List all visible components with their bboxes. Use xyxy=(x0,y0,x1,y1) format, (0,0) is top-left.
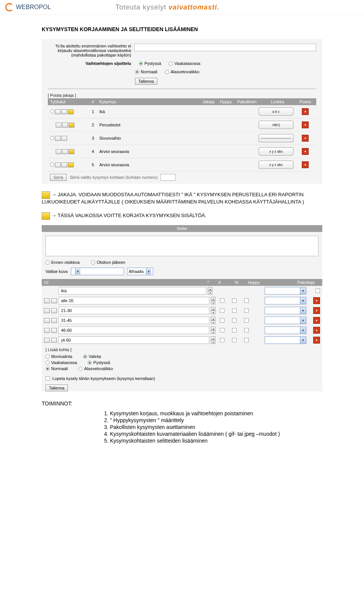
tool-icon[interactable] xyxy=(61,162,67,167)
option-input[interactable]: Ikä xyxy=(58,287,206,295)
radio-pystyssa[interactable]: Pystyssä xyxy=(139,61,161,66)
tool-icon[interactable] xyxy=(61,109,67,114)
tool-icon[interactable] xyxy=(55,162,61,167)
radio-normaali[interactable]: Normaali xyxy=(135,69,157,74)
radio-vaakatasossa2[interactable]: Vaakatasossa xyxy=(46,360,77,365)
poista-jakaja-link[interactable]: [ Poista jakaja ] xyxy=(48,93,316,98)
hash-checkbox[interactable] xyxy=(232,318,237,323)
tool-icon[interactable] xyxy=(55,136,61,141)
select-icon[interactable] xyxy=(50,162,54,167)
radio-alasveto[interactable]: Alasvetovalikko xyxy=(165,69,199,74)
delete-option-button[interactable]: • xyxy=(313,327,320,334)
tool-icon[interactable] xyxy=(56,123,61,128)
edit-icon[interactable] xyxy=(69,123,74,128)
luokka-box[interactable] xyxy=(259,134,293,142)
hash-checkbox[interactable] xyxy=(232,308,237,313)
pct-checkbox[interactable] xyxy=(244,318,249,323)
tool-icon[interactable] xyxy=(62,123,68,128)
delete-button[interactable]: • xyxy=(302,108,309,115)
siirra-input[interactable] xyxy=(160,174,176,181)
spinner[interactable]: ▴▾ xyxy=(211,307,215,314)
radio-normaali2[interactable]: Normaali xyxy=(46,366,68,371)
delete-option-button[interactable]: • xyxy=(313,307,320,314)
kuva-select[interactable]: ▾ xyxy=(71,268,124,275)
select-icon[interactable] xyxy=(50,109,54,113)
selite-textarea[interactable] xyxy=(46,236,318,256)
pct-checkbox[interactable] xyxy=(244,328,249,333)
radio-valinta[interactable]: Valinta xyxy=(83,354,101,359)
tallenna-button-2[interactable]: Tallenna xyxy=(46,385,68,391)
star-checkbox[interactable] xyxy=(220,308,224,313)
spinner[interactable]: ▴▾ xyxy=(211,317,215,324)
delete-button[interactable]: • xyxy=(302,161,309,168)
pakottaja-checkbox[interactable] xyxy=(315,288,320,293)
edit-icon[interactable] xyxy=(68,109,74,114)
hyppy-select[interactable]: ▾ xyxy=(265,297,306,304)
luokka-box[interactable]: a b c xyxy=(259,107,293,116)
luokka-box[interactable]: x y z abc xyxy=(259,161,293,169)
option-input[interactable]: 21-30 xyxy=(58,307,209,314)
spinner[interactable]: ▴▾ xyxy=(208,287,212,295)
pct-checkbox[interactable] xyxy=(244,298,249,303)
star-checkbox[interactable] xyxy=(220,298,224,303)
radio-vaakatasossa[interactable]: Vaakatasossa xyxy=(169,61,200,66)
spinner[interactable]: ▴▾ xyxy=(211,297,215,304)
delete-button[interactable]: • xyxy=(302,121,309,128)
delete-button[interactable]: • xyxy=(302,148,309,155)
opt-tool-icon[interactable] xyxy=(51,298,57,303)
opt-tool-icon[interactable] xyxy=(44,298,50,303)
hyppy-select[interactable]: ▾ xyxy=(265,326,306,334)
radio-jalkeen[interactable]: Otsikon jälkeen xyxy=(91,260,125,265)
pct-input[interactable] xyxy=(134,44,316,51)
delete-option-button[interactable]: • xyxy=(313,317,320,324)
star-checkbox[interactable] xyxy=(220,318,224,323)
radio-pystyssa2[interactable]: Pystyssä xyxy=(88,360,110,365)
delete-button[interactable]: • xyxy=(302,135,309,142)
star-checkbox[interactable] xyxy=(220,338,224,342)
lopeta-checkbox[interactable] xyxy=(46,376,50,381)
opt-tool-icon[interactable] xyxy=(51,328,57,333)
opt-tool-icon[interactable] xyxy=(51,318,57,323)
pct-checkbox[interactable] xyxy=(244,338,249,342)
opt-tool-icon[interactable] xyxy=(44,338,50,343)
star-checkbox[interactable] xyxy=(220,328,224,333)
edit-icon[interactable] xyxy=(68,162,74,167)
hash-checkbox[interactable] xyxy=(232,328,237,333)
opt-tool-icon[interactable] xyxy=(44,318,50,323)
lisaa-kohta-link[interactable]: [ Lisää kohta ] xyxy=(42,345,322,353)
option-input[interactable]: yli 60 xyxy=(58,336,209,344)
option-input[interactable]: alle 20 xyxy=(58,297,209,304)
tool-icon[interactable] xyxy=(61,136,67,141)
hash-checkbox[interactable] xyxy=(232,298,237,303)
opt-tool-icon[interactable] xyxy=(51,338,57,343)
select-icon[interactable] xyxy=(50,136,54,140)
hyppy-select[interactable]: ▾ xyxy=(265,287,306,295)
hyppy-select[interactable]: ▾ xyxy=(265,317,306,324)
radio-ennen[interactable]: Ennen otsikkoa xyxy=(46,260,80,265)
tool-icon[interactable] xyxy=(55,109,61,114)
radio-monivalinta[interactable]: Monivalinta xyxy=(46,354,72,359)
opt-tool-icon[interactable] xyxy=(44,328,50,333)
position-select[interactable]: Alhaalla▾ xyxy=(127,268,153,275)
siirra-button[interactable]: Siirrä xyxy=(50,174,67,181)
tallenna-button[interactable]: Tallenna xyxy=(135,78,157,85)
hyppy-select[interactable]: ▾ xyxy=(265,307,306,314)
option-input[interactable]: 31-45 xyxy=(58,317,209,324)
opt-tool-icon[interactable] xyxy=(44,308,50,313)
tool-icon[interactable] xyxy=(56,149,61,154)
hyppy-select[interactable]: ▾ xyxy=(265,336,306,344)
luokka-box[interactable]: ABC| xyxy=(259,121,293,129)
tool-icon[interactable] xyxy=(62,149,68,154)
option-input[interactable]: 46-60 xyxy=(58,326,209,334)
luokka-box[interactable]: x y z abc xyxy=(259,147,293,156)
pct-checkbox[interactable] xyxy=(244,308,249,313)
opt-tool-icon[interactable] xyxy=(51,308,57,313)
edit-icon[interactable] xyxy=(69,149,74,154)
radio-alasveto2[interactable]: Alasvetovalikko xyxy=(78,366,113,371)
options-header: #2 * # % Hyppy Pakottaja xyxy=(42,279,322,286)
spinner[interactable]: ▴▾ xyxy=(211,326,215,334)
delete-option-button[interactable]: • xyxy=(313,337,320,344)
spinner[interactable]: ▴▾ xyxy=(211,336,215,344)
delete-option-button[interactable]: • xyxy=(313,297,320,304)
hash-checkbox[interactable] xyxy=(232,338,237,342)
